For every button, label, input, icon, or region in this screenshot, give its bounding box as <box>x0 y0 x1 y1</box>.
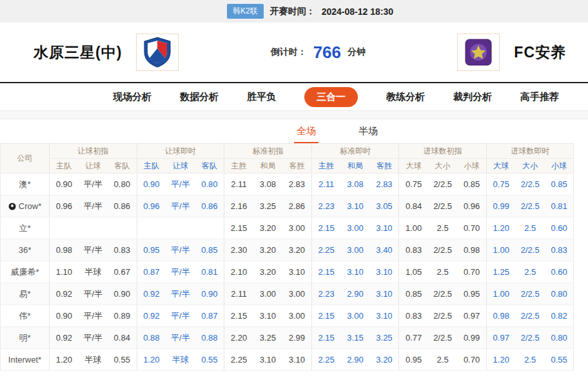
odds-cell: 0.81 <box>195 261 224 283</box>
odds-cell: 0.83 <box>545 239 574 261</box>
countdown-label: 倒计时： <box>271 46 307 58</box>
company-cell[interactable]: 伟* <box>1 305 50 327</box>
nav-item-3[interactable]: 胜平负 <box>247 91 276 103</box>
odds-cell: 2.15 <box>311 327 340 349</box>
odds-cell: 2.86 <box>282 195 311 217</box>
odds-cell: 平/半 <box>79 239 108 261</box>
company-cell[interactable]: 明* <box>1 327 50 349</box>
odds-cell: 2.83 <box>370 174 399 195</box>
sub-header: 主胜 <box>311 159 340 174</box>
odds-cell: 0.96 <box>457 195 486 217</box>
sub-header: 客胜 <box>370 159 399 174</box>
odds-cell: 3.20 <box>370 349 399 371</box>
odds-cell: 3.25 <box>370 327 399 349</box>
odds-cell: 0.99 <box>457 327 486 349</box>
odds-cell: 2/2.5 <box>516 239 545 261</box>
odds-cell <box>108 217 137 239</box>
odds-cell: 1.00 <box>399 217 428 239</box>
company-cell[interactable]: Crow* <box>1 195 50 217</box>
odds-cell: 2.90 <box>340 349 369 371</box>
odds-table-body: 澳*0.90平/半0.800.90平/半0.802.113.082.832.11… <box>1 174 574 371</box>
away-team-logo-box <box>457 34 500 71</box>
soccer-ball-icon <box>8 203 16 210</box>
group-header: 标准即时 <box>311 144 399 159</box>
odds-cell: 0.80 <box>108 174 137 195</box>
company-cell[interactable]: Interwet* <box>1 349 50 371</box>
odds-cell: 0.92 <box>137 305 166 327</box>
odds-cell: 1.00 <box>486 239 515 261</box>
odds-cell: 2.10 <box>224 261 253 283</box>
odds-cell: 0.75 <box>399 174 428 195</box>
odds-cell: 3.20 <box>282 239 311 261</box>
odds-cell: 2/2.5 <box>428 305 457 327</box>
odds-cell: 3.15 <box>340 327 369 349</box>
odds-cell: 3.00 <box>282 283 311 305</box>
odds-cell: 0.90 <box>137 174 166 195</box>
nav-item-5[interactable]: 教练分析 <box>386 91 425 103</box>
odds-cell: 0.70 <box>457 261 486 283</box>
nav-item-1[interactable]: 现场分析 <box>113 91 152 103</box>
odds-table: 公司让球初指让球即时标准初指标准即时进球数初指进球数即时主队让球客队主队让球客队… <box>0 143 574 371</box>
odds-cell: 2.23 <box>311 195 340 217</box>
odds-cell: 3.00 <box>340 239 369 261</box>
nav-item-2[interactable]: 数据分析 <box>180 91 219 103</box>
odds-cell: 2.5 <box>516 349 545 371</box>
nav-item-7[interactable]: 高手推荐 <box>520 91 559 103</box>
odds-cell: 0.95 <box>137 239 166 261</box>
odds-cell <box>50 217 79 239</box>
group-header: 标准初指 <box>224 144 312 159</box>
odds-cell: 2/2.5 <box>516 195 545 217</box>
odds-cell: 3.40 <box>370 239 399 261</box>
odds-row: 澳*0.90平/半0.800.90平/半0.802.113.082.832.11… <box>1 174 574 195</box>
odds-cell: 2.99 <box>282 327 311 349</box>
odds-cell: 3.20 <box>253 239 282 261</box>
company-cell[interactable]: 立* <box>1 217 50 239</box>
odds-cell: 0.80 <box>545 327 574 349</box>
odds-cell <box>79 217 108 239</box>
odds-cell: 0.83 <box>399 239 428 261</box>
company-cell[interactable]: 威廉希* <box>1 261 50 283</box>
odds-row: Crow*0.96平/半0.860.96平/半0.862.163.252.862… <box>1 195 574 217</box>
league-badge[interactable]: 韩K2联 <box>227 4 264 19</box>
nav-separator <box>0 110 588 119</box>
odds-cell: 3.00 <box>253 283 282 305</box>
tab-half-match[interactable]: 半场 <box>356 121 380 143</box>
odds-cell: 0.88 <box>137 327 166 349</box>
odds-cell: 0.60 <box>545 217 574 239</box>
nav-item-6[interactable]: 裁判分析 <box>453 91 492 103</box>
company-cell[interactable]: 36* <box>1 239 50 261</box>
odds-cell: 2.15 <box>224 305 253 327</box>
odds-cell: 0.90 <box>50 174 79 195</box>
odds-cell: 3.25 <box>253 327 282 349</box>
group-header: 让球初指 <box>50 144 137 159</box>
odds-cell: 2/2.5 <box>428 327 457 349</box>
odds-cell: 0.96 <box>137 195 166 217</box>
odds-cell: 1.10 <box>50 261 79 283</box>
odds-cell: 0.90 <box>195 283 224 305</box>
nav-item-4[interactable]: 三合一 <box>304 87 358 107</box>
odds-cell: 0.67 <box>108 261 137 283</box>
odds-cell: 1.20 <box>137 349 166 371</box>
odds-cell: 0.95 <box>457 283 486 305</box>
odds-cell: 平/半 <box>166 305 195 327</box>
odds-cell: 0.75 <box>486 174 515 195</box>
odds-cell: 半球 <box>79 261 108 283</box>
odds-cell: 3.10 <box>340 261 369 283</box>
odds-cell: 0.98 <box>50 239 79 261</box>
odds-cell: 0.80 <box>545 283 574 305</box>
scope-tabs: 全场半场 <box>0 119 588 143</box>
odds-cell: 1.20 <box>486 217 515 239</box>
odds-cell: 2.15 <box>224 217 253 239</box>
odds-cell: 3.10 <box>282 261 311 283</box>
odds-cell: 2/2.5 <box>428 195 457 217</box>
company-cell[interactable]: 澳* <box>1 174 50 195</box>
odds-cell: 0.86 <box>108 195 137 217</box>
odds-cell: 0.83 <box>108 239 137 261</box>
tab-full-match[interactable]: 全场 <box>294 121 318 143</box>
odds-cell: 0.95 <box>399 349 428 371</box>
odds-cell: 0.70 <box>457 217 486 239</box>
company-cell[interactable]: 易* <box>1 283 50 305</box>
odds-cell: 2.25 <box>311 239 340 261</box>
odds-cell: 3.00 <box>340 217 369 239</box>
odds-cell: 3.10 <box>370 283 399 305</box>
